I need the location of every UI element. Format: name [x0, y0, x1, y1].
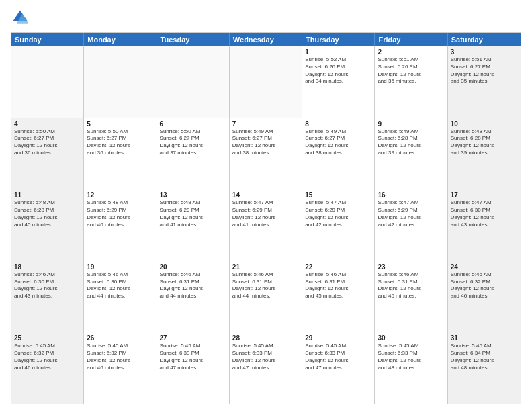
cell-content: Sunrise: 5:47 AM Sunset: 6:30 PM Dayligh… [451, 199, 518, 228]
calendar-week-5: 25Sunrise: 5:45 AM Sunset: 6:32 PM Dayli… [11, 332, 521, 404]
calendar-header-sunday: Sunday [11, 33, 84, 46]
cell-content: Sunrise: 5:51 AM Sunset: 6:26 PM Dayligh… [378, 56, 444, 85]
calendar-header-tuesday: Tuesday [157, 33, 230, 46]
calendar-cell: 11Sunrise: 5:48 AM Sunset: 6:28 PM Dayli… [11, 189, 84, 261]
day-number: 17 [451, 191, 518, 199]
calendar-cell: 24Sunrise: 5:46 AM Sunset: 6:32 PM Dayli… [448, 261, 521, 332]
cell-content: Sunrise: 5:52 AM Sunset: 6:26 PM Dayligh… [305, 56, 371, 85]
calendar-week-1: 1Sunrise: 5:52 AM Sunset: 6:26 PM Daylig… [11, 46, 521, 118]
day-number: 13 [160, 191, 226, 199]
cell-content: Sunrise: 5:47 AM Sunset: 6:29 PM Dayligh… [232, 199, 299, 228]
logo-icon [11, 8, 30, 27]
calendar-cell: 21Sunrise: 5:46 AM Sunset: 6:31 PM Dayli… [230, 261, 302, 332]
cell-content: Sunrise: 5:46 AM Sunset: 6:30 PM Dayligh… [87, 271, 153, 300]
calendar-cell: 29Sunrise: 5:45 AM Sunset: 6:33 PM Dayli… [302, 332, 375, 404]
calendar-cell: 31Sunrise: 5:45 AM Sunset: 6:34 PM Dayli… [448, 332, 521, 404]
calendar-header-wednesday: Wednesday [230, 33, 302, 46]
day-number: 30 [378, 334, 444, 342]
calendar-cell: 6Sunrise: 5:50 AM Sunset: 6:27 PM Daylig… [157, 118, 230, 189]
cell-content: Sunrise: 5:49 AM Sunset: 6:27 PM Dayligh… [305, 128, 371, 157]
day-number: 9 [378, 120, 444, 128]
calendar-header-saturday: Saturday [448, 33, 521, 46]
day-number: 1 [305, 48, 371, 56]
header [11, 8, 521, 27]
calendar-cell: 14Sunrise: 5:47 AM Sunset: 6:29 PM Dayli… [230, 189, 302, 261]
cell-content: Sunrise: 5:49 AM Sunset: 6:28 PM Dayligh… [378, 128, 444, 157]
cell-content: Sunrise: 5:48 AM Sunset: 6:28 PM Dayligh… [451, 128, 518, 157]
day-number: 29 [305, 334, 371, 342]
calendar-cell: 4Sunrise: 5:50 AM Sunset: 6:27 PM Daylig… [11, 118, 84, 189]
calendar-cell [230, 46, 302, 118]
calendar-header-row: SundayMondayTuesdayWednesdayThursdayFrid… [11, 33, 521, 46]
day-number: 16 [378, 191, 444, 199]
calendar-cell [11, 46, 84, 118]
day-number: 8 [305, 120, 371, 128]
day-number: 22 [305, 263, 371, 271]
cell-content: Sunrise: 5:45 AM Sunset: 6:34 PM Dayligh… [451, 342, 518, 371]
day-number: 12 [87, 191, 153, 199]
cell-content: Sunrise: 5:46 AM Sunset: 6:31 PM Dayligh… [378, 271, 444, 300]
calendar-cell: 15Sunrise: 5:47 AM Sunset: 6:29 PM Dayli… [302, 189, 375, 261]
cell-content: Sunrise: 5:45 AM Sunset: 6:32 PM Dayligh… [14, 342, 81, 371]
calendar-cell: 22Sunrise: 5:46 AM Sunset: 6:31 PM Dayli… [302, 261, 375, 332]
cell-content: Sunrise: 5:48 AM Sunset: 6:28 PM Dayligh… [14, 199, 81, 228]
calendar-cell: 20Sunrise: 5:46 AM Sunset: 6:31 PM Dayli… [157, 261, 230, 332]
calendar-cell: 2Sunrise: 5:51 AM Sunset: 6:26 PM Daylig… [375, 46, 447, 118]
cell-content: Sunrise: 5:49 AM Sunset: 6:27 PM Dayligh… [232, 128, 299, 157]
cell-content: Sunrise: 5:45 AM Sunset: 6:33 PM Dayligh… [305, 342, 371, 371]
calendar-cell: 1Sunrise: 5:52 AM Sunset: 6:26 PM Daylig… [302, 46, 375, 118]
calendar-cell: 17Sunrise: 5:47 AM Sunset: 6:30 PM Dayli… [448, 189, 521, 261]
cell-content: Sunrise: 5:46 AM Sunset: 6:31 PM Dayligh… [305, 271, 371, 300]
day-number: 3 [451, 48, 518, 56]
day-number: 26 [87, 334, 153, 342]
cell-content: Sunrise: 5:48 AM Sunset: 6:29 PM Dayligh… [87, 199, 153, 228]
cell-content: Sunrise: 5:48 AM Sunset: 6:29 PM Dayligh… [160, 199, 226, 228]
calendar-cell: 13Sunrise: 5:48 AM Sunset: 6:29 PM Dayli… [157, 189, 230, 261]
calendar: SundayMondayTuesdayWednesdayThursdayFrid… [11, 32, 521, 404]
day-number: 14 [232, 191, 299, 199]
day-number: 4 [14, 120, 81, 128]
day-number: 20 [160, 263, 226, 271]
cell-content: Sunrise: 5:45 AM Sunset: 6:32 PM Dayligh… [87, 342, 153, 371]
calendar-cell: 25Sunrise: 5:45 AM Sunset: 6:32 PM Dayli… [11, 332, 84, 404]
day-number: 11 [14, 191, 81, 199]
day-number: 6 [160, 120, 226, 128]
logo [11, 8, 32, 27]
day-number: 31 [451, 334, 518, 342]
day-number: 27 [160, 334, 226, 342]
day-number: 19 [87, 263, 153, 271]
calendar-week-2: 4Sunrise: 5:50 AM Sunset: 6:27 PM Daylig… [11, 118, 521, 189]
calendar-cell: 9Sunrise: 5:49 AM Sunset: 6:28 PM Daylig… [375, 118, 447, 189]
calendar-cell: 7Sunrise: 5:49 AM Sunset: 6:27 PM Daylig… [230, 118, 302, 189]
page: SundayMondayTuesdayWednesdayThursdayFrid… [0, 0, 532, 411]
calendar-cell: 23Sunrise: 5:46 AM Sunset: 6:31 PM Dayli… [375, 261, 447, 332]
calendar-body: 1Sunrise: 5:52 AM Sunset: 6:26 PM Daylig… [11, 46, 521, 404]
calendar-cell: 8Sunrise: 5:49 AM Sunset: 6:27 PM Daylig… [302, 118, 375, 189]
calendar-cell: 19Sunrise: 5:46 AM Sunset: 6:30 PM Dayli… [84, 261, 157, 332]
cell-content: Sunrise: 5:45 AM Sunset: 6:33 PM Dayligh… [232, 342, 299, 371]
cell-content: Sunrise: 5:46 AM Sunset: 6:31 PM Dayligh… [232, 271, 299, 300]
calendar-cell: 28Sunrise: 5:45 AM Sunset: 6:33 PM Dayli… [230, 332, 302, 404]
day-number: 2 [378, 48, 444, 56]
day-number: 15 [305, 191, 371, 199]
cell-content: Sunrise: 5:46 AM Sunset: 6:31 PM Dayligh… [160, 271, 226, 300]
calendar-week-3: 11Sunrise: 5:48 AM Sunset: 6:28 PM Dayli… [11, 189, 521, 261]
calendar-cell: 5Sunrise: 5:50 AM Sunset: 6:27 PM Daylig… [84, 118, 157, 189]
day-number: 5 [87, 120, 153, 128]
calendar-header-friday: Friday [375, 33, 447, 46]
day-number: 21 [232, 263, 299, 271]
day-number: 24 [451, 263, 518, 271]
calendar-week-4: 18Sunrise: 5:46 AM Sunset: 6:30 PM Dayli… [11, 261, 521, 332]
cell-content: Sunrise: 5:47 AM Sunset: 6:29 PM Dayligh… [305, 199, 371, 228]
calendar-cell: 16Sunrise: 5:47 AM Sunset: 6:29 PM Dayli… [375, 189, 447, 261]
calendar-cell [157, 46, 230, 118]
cell-content: Sunrise: 5:45 AM Sunset: 6:33 PM Dayligh… [378, 342, 444, 371]
cell-content: Sunrise: 5:51 AM Sunset: 6:27 PM Dayligh… [451, 56, 518, 85]
calendar-cell: 18Sunrise: 5:46 AM Sunset: 6:30 PM Dayli… [11, 261, 84, 332]
cell-content: Sunrise: 5:50 AM Sunset: 6:27 PM Dayligh… [87, 128, 153, 157]
cell-content: Sunrise: 5:46 AM Sunset: 6:30 PM Dayligh… [14, 271, 81, 300]
day-number: 28 [232, 334, 299, 342]
cell-content: Sunrise: 5:45 AM Sunset: 6:33 PM Dayligh… [160, 342, 226, 371]
calendar-cell: 27Sunrise: 5:45 AM Sunset: 6:33 PM Dayli… [157, 332, 230, 404]
day-number: 18 [14, 263, 81, 271]
